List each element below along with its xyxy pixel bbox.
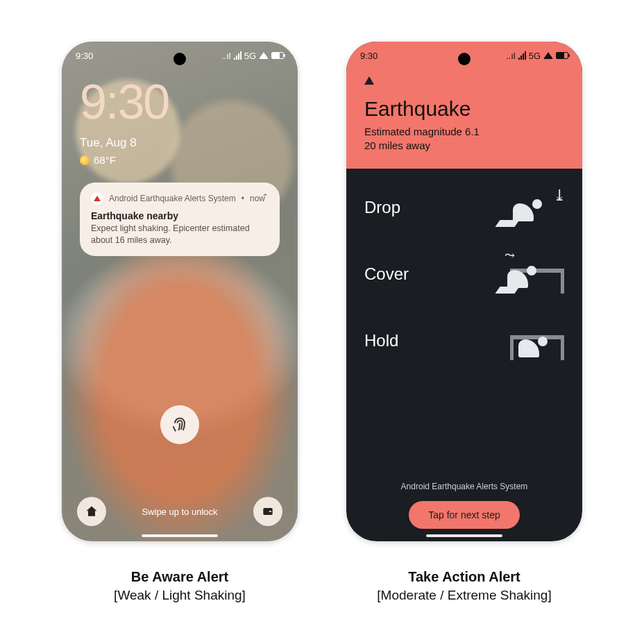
caption-subtitle: [Weak / Light Shaking] [62,588,298,603]
caption-title: Take Action Alert [346,569,582,585]
network-label: 5G [529,51,541,61]
safety-steps: Drop ⤓ Cover ⤳ Hold [346,169,582,360]
step-cover: Cover ⤳ [364,255,564,294]
system-label: Android Earthquake Alerts System [346,482,582,491]
wifi-icon [259,52,269,59]
status-time: 9:30 [360,51,378,61]
next-step-button[interactable]: Tap for next step [409,501,520,529]
warning-triangle-icon [364,76,374,85]
warning-triangle-icon [94,196,101,201]
svg-rect-1 [269,511,271,512]
notification-body: Expect light shaking. Epicenter estimate… [91,223,269,246]
home-shortcut-button[interactable] [77,497,106,526]
signal-icon [234,51,242,60]
signal-dots-icon: ..ıl [221,51,231,61]
alert-app-icon [91,192,103,205]
earthquake-notification[interactable]: Android Earthquake Alerts System • now ⌃… [80,183,280,256]
temperature: 68°F [94,154,116,166]
notification-title: Earthquake nearby [91,210,269,221]
network-label: 5G [244,51,256,61]
step-label: Cover [364,264,409,284]
camera-hole [458,53,471,65]
notification-app-name: Android Earthquake Alerts System [109,194,236,203]
step-label: Drop [364,198,400,217]
lockscreen-date: Tue, Aug 8 [80,136,280,150]
step-label: Hold [364,331,398,350]
battery-icon [271,52,284,59]
lockscreen-clock: 9:30 [80,78,280,126]
nav-handle[interactable] [142,534,218,537]
signal-icon [518,51,526,60]
phone-be-aware: 9:30 ..ıl 5G 9:30 Tue, Aug 8 68°F Androi… [62,42,298,541]
caption-right: Take Action Alert [Moderate / Extreme Sh… [346,569,582,603]
sun-icon [80,155,90,165]
cover-pictogram-icon: ⤳ [498,255,564,294]
camera-hole [173,53,186,65]
bullet: • [242,194,244,203]
wifi-icon [543,52,553,59]
caption-subtitle: [Moderate / Extreme Shaking] [346,588,582,603]
fingerprint-button[interactable] [160,405,199,444]
phone-take-action: 9:30 ..ıl 5G Earthquake Estimated magnit… [346,42,582,541]
hold-pictogram-icon [498,321,564,360]
alert-title: Earthquake [364,97,564,121]
chevron-up-icon[interactable]: ⌃ [262,192,269,202]
wallet-shortcut-button[interactable] [253,497,282,526]
lockscreen-weather: 68°F [80,154,280,166]
drop-pictogram-icon: ⤓ [498,188,564,227]
caption-left: Be Aware Alert [Weak / Light Shaking] [62,569,298,603]
unlock-hint: Swipe up to unlock [142,507,217,517]
signal-dots-icon: ..ıl [506,51,516,61]
nav-handle[interactable] [426,534,502,537]
home-icon [85,505,99,518]
alert-distance: 20 miles away [364,139,564,153]
step-drop: Drop ⤓ [364,188,564,227]
wallet-icon [261,505,275,518]
caption-title: Be Aware Alert [62,569,298,585]
alert-magnitude: Estimated magnitude 6.1 [364,125,564,139]
step-hold: Hold [364,321,564,360]
battery-icon [556,52,568,59]
status-time: 9:30 [76,51,93,61]
fingerprint-icon [170,415,189,434]
